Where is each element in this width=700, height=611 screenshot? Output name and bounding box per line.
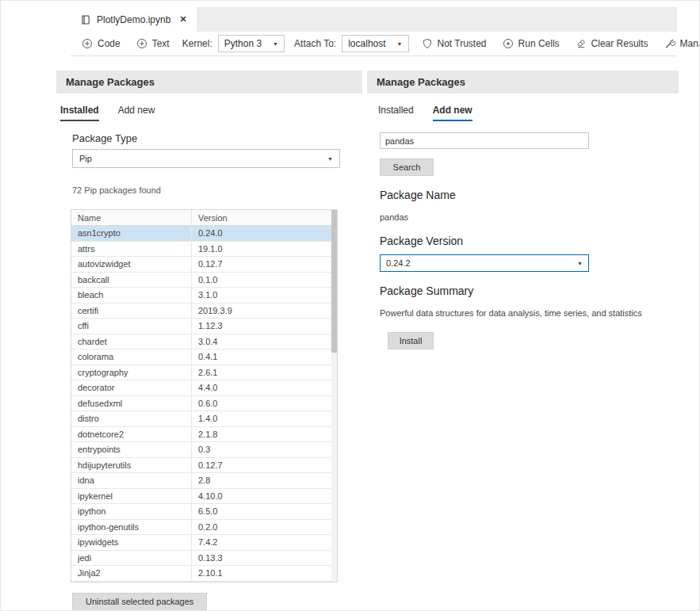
table-row[interactable]: attrs 19.1.0 bbox=[71, 242, 331, 258]
package-name-cell: ipython-genutils bbox=[71, 520, 192, 535]
package-version-cell: 3.0.4 bbox=[192, 334, 331, 349]
package-name-cell: attrs bbox=[71, 242, 192, 257]
table-row[interactable]: ipython 6.5.0 bbox=[71, 504, 331, 520]
add-text-button[interactable]: Text bbox=[133, 38, 173, 49]
package-version-dropdown[interactable]: 0.24.2 ▼ bbox=[380, 254, 589, 272]
package-version-cell: 2.6.1 bbox=[192, 365, 331, 380]
package-count-text: 72 Pip packages found bbox=[72, 185, 362, 195]
table-row[interactable]: certifi 2019.3.9 bbox=[71, 304, 331, 319]
table-row[interactable]: backcall 0.1.0 bbox=[71, 273, 331, 288]
search-button[interactable]: Search bbox=[380, 158, 434, 176]
table-row[interactable]: ipywidgets 7.4.2 bbox=[71, 535, 331, 551]
editor-tab-bar: PlotlyDemo.ipynb ✕ bbox=[71, 7, 677, 32]
table-scrollbar[interactable] bbox=[331, 210, 337, 582]
trust-button[interactable]: Not Trusted bbox=[419, 38, 490, 49]
kernel-dropdown[interactable]: Python 3 ▼ bbox=[218, 35, 285, 52]
package-version-cell: 7.4.2 bbox=[192, 535, 331, 550]
package-version-cell: 0.1.0 bbox=[192, 273, 331, 288]
table-row[interactable]: bleach 3.1.0 bbox=[71, 288, 331, 304]
tab-close-icon[interactable]: ✕ bbox=[179, 14, 186, 25]
run-cells-button[interactable]: Run Cells bbox=[499, 38, 563, 49]
package-type-dropdown[interactable]: Pip ▼ bbox=[72, 149, 340, 168]
package-name-cell: jedi bbox=[71, 551, 192, 566]
chevron-down-icon: ▼ bbox=[577, 261, 583, 266]
table-row[interactable]: colorama 0.4.1 bbox=[71, 349, 331, 365]
package-version-cell: 0.3 bbox=[192, 442, 331, 457]
eraser-icon bbox=[576, 38, 587, 49]
notebook-tab[interactable]: PlotlyDemo.ipynb ✕ bbox=[71, 7, 197, 32]
table-row[interactable]: distro 1.4.0 bbox=[71, 411, 331, 427]
table-row[interactable]: ipython-genutils 0.2.0 bbox=[71, 520, 331, 536]
manage-packages-installed-panel: Manage Packages Installed Add new Packag… bbox=[56, 71, 362, 611]
package-version-cell: 2019.3.9 bbox=[192, 304, 331, 319]
attach-to-label: Attach To: bbox=[294, 38, 336, 49]
installed-packages-table: Name Version asn1crypto 0.24.0 attrs 19.… bbox=[71, 209, 338, 582]
kernel-group: Kernel: Python 3 ▼ bbox=[182, 35, 285, 52]
package-version-cell: 2.1.8 bbox=[192, 427, 331, 442]
tab-add-new[interactable]: Add new bbox=[433, 105, 472, 121]
manage-packages-button[interactable]: Manage Packages bbox=[661, 38, 700, 49]
scrollbar-thumb[interactable] bbox=[331, 210, 337, 353]
panel-tabs: Installed Add new bbox=[60, 105, 362, 121]
run-icon bbox=[503, 38, 514, 49]
uninstall-selected-button[interactable]: Uninstall selected packages bbox=[72, 593, 207, 611]
add-code-label: Code bbox=[98, 38, 120, 49]
table-row[interactable]: entrypoints 0.3 bbox=[71, 442, 331, 458]
package-name-cell: entrypoints bbox=[71, 442, 192, 457]
table-row[interactable]: cryptography 2.6.1 bbox=[71, 365, 331, 381]
package-name-value: pandas bbox=[380, 212, 679, 222]
package-name-cell: dotnetcore2 bbox=[71, 427, 192, 442]
table-row[interactable]: chardet 3.0.4 bbox=[71, 334, 331, 350]
table-row[interactable]: jedi 0.13.3 bbox=[71, 551, 331, 567]
package-search-input[interactable] bbox=[380, 132, 589, 149]
package-name-cell: distro bbox=[71, 411, 192, 426]
package-name-cell: certifi bbox=[71, 304, 192, 319]
install-button[interactable]: Install bbox=[388, 332, 434, 349]
table-row[interactable]: idna 2.8 bbox=[71, 473, 331, 489]
package-version-value: 0.24.2 bbox=[386, 258, 411, 268]
package-name-cell: cffi bbox=[71, 319, 192, 334]
attach-to-value: localhost bbox=[348, 38, 385, 49]
package-name-cell: cryptography bbox=[71, 365, 192, 380]
trust-label: Not Trusted bbox=[438, 38, 487, 49]
shield-icon bbox=[422, 38, 433, 49]
table-row[interactable]: dotnetcore2 2.1.8 bbox=[71, 427, 331, 443]
package-version-cell: 6.5.0 bbox=[192, 504, 331, 519]
package-name-cell: bleach bbox=[71, 288, 192, 303]
package-version-cell: 0.6.0 bbox=[192, 396, 331, 411]
attach-to-group: Attach To: localhost ▼ bbox=[294, 35, 408, 52]
package-name-cell: asn1crypto bbox=[71, 226, 192, 241]
table-row[interactable]: hdijupyterutils 0.12.7 bbox=[71, 458, 331, 474]
kernel-value: Python 3 bbox=[224, 38, 262, 49]
package-version-cell: 4.10.0 bbox=[192, 489, 331, 504]
package-version-cell: 0.4.1 bbox=[192, 349, 331, 365]
package-version-cell: 0.2.0 bbox=[192, 520, 331, 535]
notebook-toolbar: Code Text Kernel: Python 3 ▼ Attach To: … bbox=[71, 32, 677, 56]
package-name-cell: autovizwidget bbox=[71, 257, 192, 272]
attach-to-dropdown[interactable]: localhost ▼ bbox=[342, 35, 408, 52]
tab-installed[interactable]: Installed bbox=[60, 105, 99, 121]
package-name-cell: decorator bbox=[71, 380, 192, 395]
table-header-row: Name Version bbox=[71, 210, 331, 226]
package-name-cell: chardet bbox=[71, 334, 192, 349]
table-row[interactable]: asn1crypto 0.24.0 bbox=[71, 226, 331, 242]
column-header-name[interactable]: Name bbox=[71, 210, 192, 225]
package-name-cell: hdijupyterutils bbox=[71, 458, 192, 473]
table-row[interactable]: autovizwidget 0.12.7 bbox=[71, 257, 331, 273]
table-row[interactable]: Jinja2 2.10.1 bbox=[71, 566, 331, 582]
panel-title: Manage Packages bbox=[56, 71, 362, 94]
package-version-cell: 0.24.0 bbox=[192, 226, 331, 241]
column-header-version[interactable]: Version bbox=[192, 210, 331, 225]
tab-installed[interactable]: Installed bbox=[378, 105, 414, 121]
table-row[interactable]: ipykernel 4.10.0 bbox=[71, 489, 331, 505]
table-row[interactable]: cffi 1.12.3 bbox=[71, 319, 331, 334]
package-type-label: Package Type bbox=[72, 132, 362, 144]
tab-add-new[interactable]: Add new bbox=[118, 105, 155, 121]
table-row[interactable]: decorator 4.4.0 bbox=[71, 380, 331, 396]
package-version-cell: 0.13.3 bbox=[192, 551, 331, 566]
circle-plus-icon bbox=[136, 38, 147, 49]
chevron-down-icon: ▼ bbox=[327, 156, 333, 162]
table-row[interactable]: defusedxml 0.6.0 bbox=[71, 396, 331, 412]
add-code-button[interactable]: Code bbox=[78, 38, 124, 49]
clear-results-button[interactable]: Clear Results bbox=[572, 38, 652, 49]
